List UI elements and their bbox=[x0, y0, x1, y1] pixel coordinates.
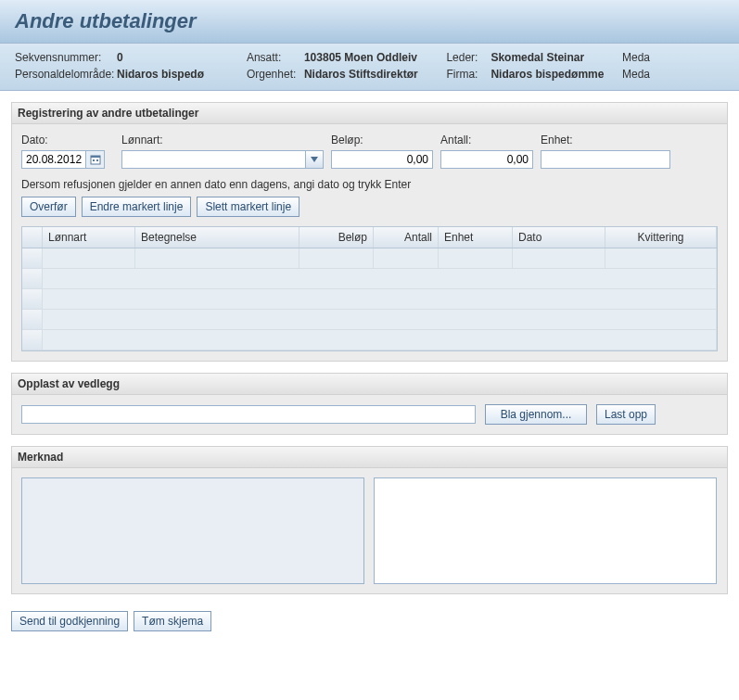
header-meda1: Meda bbox=[622, 49, 724, 66]
grid-header-row: Lønnart Betegnelse Beløp Antall Enhet Da… bbox=[22, 227, 717, 248]
orgenhet-label: Orgenhet: bbox=[247, 68, 304, 81]
endre-markert-linje-button[interactable]: Endre markert linje bbox=[82, 197, 192, 217]
grid-cell[interactable] bbox=[374, 248, 439, 269]
lonnart-dropdown-button[interactable] bbox=[305, 150, 324, 169]
grid-cell[interactable] bbox=[43, 248, 135, 269]
antall-input[interactable] bbox=[440, 150, 533, 169]
grid-cell[interactable] bbox=[299, 248, 374, 269]
grid-cell[interactable] bbox=[605, 248, 717, 269]
dato-label: Dato: bbox=[21, 134, 114, 150]
ansatt-value: 103805 Moen Oddleiv bbox=[304, 51, 417, 64]
dato-input[interactable] bbox=[21, 150, 86, 169]
row-selector[interactable] bbox=[22, 269, 43, 289]
merknad-right-textarea[interactable] bbox=[374, 477, 717, 584]
header-orgenhet: Orgenhet: Nidaros Stiftsdirektør bbox=[247, 66, 446, 83]
personaldelomrade-label: Personaldelområde: bbox=[15, 68, 117, 81]
grid-header-select bbox=[22, 227, 43, 248]
grid-header-kvittering[interactable]: Kvittering bbox=[605, 227, 717, 248]
slett-markert-linje-button[interactable]: Slett markert linje bbox=[197, 197, 299, 217]
sekvensnummer-value: 0 bbox=[117, 51, 123, 64]
grid-header-enhet[interactable]: Enhet bbox=[439, 227, 513, 248]
svg-rect-1 bbox=[91, 156, 100, 158]
merknad-left-textarea bbox=[21, 477, 364, 584]
table-row[interactable] bbox=[22, 289, 717, 310]
orgenhet-value: Nidaros Stiftsdirektør bbox=[304, 68, 418, 81]
chevron-down-icon bbox=[311, 157, 318, 162]
table-row[interactable] bbox=[22, 248, 717, 269]
grid-header-antall[interactable]: Antall bbox=[374, 227, 439, 248]
send-til-godkjenning-button[interactable]: Send til godkjenning bbox=[11, 611, 128, 631]
svg-rect-3 bbox=[96, 159, 98, 161]
grid-body bbox=[22, 248, 717, 350]
registrering-heading: Registrering av andre utbetalinger bbox=[11, 102, 728, 124]
header-sekvensnummer: Sekvensnummer: 0 bbox=[15, 49, 247, 66]
utbetalinger-grid: Lønnart Betegnelse Beløp Antall Enhet Da… bbox=[21, 226, 718, 351]
grid-cell[interactable] bbox=[43, 269, 717, 289]
footer-buttons: Send til godkjenning Tøm skjema bbox=[11, 611, 728, 631]
opplast-section: Opplast av vedlegg Bla gjennom... Last o… bbox=[11, 373, 728, 435]
grid-cell[interactable] bbox=[43, 289, 717, 310]
grid-header-betegnelse[interactable]: Betegnelse bbox=[135, 227, 299, 248]
title-bar: Andre utbetalinger bbox=[0, 0, 739, 44]
header-info-panel: Sekvensnummer: 0 Ansatt: 103805 Moen Odd… bbox=[0, 44, 739, 91]
svg-rect-2 bbox=[93, 159, 95, 161]
firma-value: Nidaros bispedømme bbox=[491, 68, 604, 81]
row-selector[interactable] bbox=[22, 289, 43, 310]
grid-cell[interactable] bbox=[439, 248, 513, 269]
grid-cell[interactable] bbox=[43, 330, 717, 350]
overfor-button[interactable]: Overfør bbox=[21, 197, 76, 217]
upload-button[interactable]: Last opp bbox=[596, 404, 656, 425]
grid-header-lonnart[interactable]: Lønnart bbox=[43, 227, 135, 248]
sekvensnummer-label: Sekvensnummer: bbox=[15, 51, 117, 64]
header-personaldelomrade: Personaldelområde: Nidaros bispedø bbox=[15, 66, 247, 83]
registrering-section: Registrering av andre utbetalinger Dato:… bbox=[11, 102, 728, 362]
grid-header-belop[interactable]: Beløp bbox=[299, 227, 374, 248]
enhet-input[interactable] bbox=[541, 150, 670, 169]
enhet-label: Enhet: bbox=[541, 134, 670, 150]
grid-cell[interactable] bbox=[135, 248, 299, 269]
firma-label: Firma: bbox=[446, 68, 491, 81]
tom-skjema-button[interactable]: Tøm skjema bbox=[134, 611, 211, 631]
table-row[interactable] bbox=[22, 330, 717, 350]
row-selector[interactable] bbox=[22, 330, 43, 350]
header-ansatt: Ansatt: 103805 Moen Oddleiv bbox=[247, 49, 446, 66]
ansatt-label: Ansatt: bbox=[247, 51, 304, 64]
grid-header-dato[interactable]: Dato bbox=[513, 227, 605, 248]
table-row[interactable] bbox=[22, 310, 717, 330]
table-row[interactable] bbox=[22, 269, 717, 289]
merknad-section: Merknad bbox=[11, 446, 728, 594]
meda1-label: Meda bbox=[622, 51, 724, 64]
row-selector[interactable] bbox=[22, 248, 43, 269]
page-title: Andre utbetalinger bbox=[15, 9, 724, 33]
antall-label: Antall: bbox=[440, 134, 533, 150]
header-leder: Leder: Skomedal Steinar bbox=[446, 49, 622, 66]
grid-cell[interactable] bbox=[513, 248, 605, 269]
row-selector[interactable] bbox=[22, 310, 43, 330]
browse-button[interactable]: Bla gjennom... bbox=[485, 404, 587, 425]
grid-cell[interactable] bbox=[43, 310, 717, 330]
meda2-label: Meda bbox=[622, 68, 724, 81]
header-meda2: Meda bbox=[622, 66, 724, 83]
belop-label: Beløp: bbox=[331, 134, 433, 150]
leder-label: Leder: bbox=[446, 51, 491, 64]
header-firma: Firma: Nidaros bispedømme bbox=[446, 66, 622, 83]
dato-hint: Dersom refusjonen gjelder en annen dato … bbox=[21, 178, 718, 191]
personaldelomrade-value: Nidaros bispedø bbox=[117, 68, 204, 81]
lonnart-label: Lønnart: bbox=[121, 134, 324, 150]
leder-value: Skomedal Steinar bbox=[491, 51, 584, 64]
file-path-input[interactable] bbox=[21, 405, 476, 424]
merknad-heading: Merknad bbox=[11, 446, 728, 468]
opplast-heading: Opplast av vedlegg bbox=[11, 373, 728, 395]
belop-input[interactable] bbox=[331, 150, 433, 169]
lonnart-input[interactable] bbox=[121, 150, 305, 169]
calendar-icon[interactable] bbox=[86, 150, 105, 169]
